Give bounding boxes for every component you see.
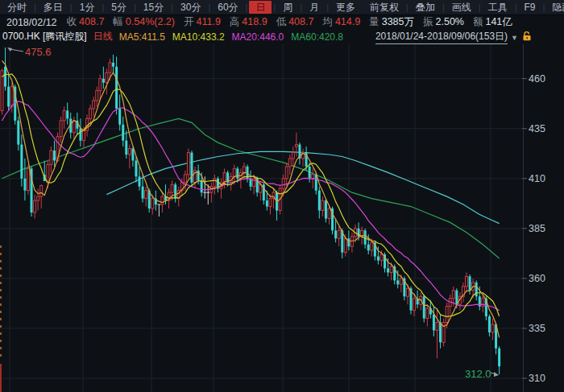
candle-body-up xyxy=(27,168,29,190)
candle-body-up xyxy=(63,110,65,120)
candle-body-up xyxy=(426,308,429,318)
ma-legend-ma60: MA60:420.8 xyxy=(291,31,343,43)
period-high-label: 475.6 xyxy=(25,46,52,58)
candle-body-down xyxy=(439,323,442,343)
period-tab-30分[interactable]: 30分 xyxy=(173,1,208,14)
period-tab-15分[interactable]: 15分 xyxy=(136,1,171,14)
candle-body-down xyxy=(142,187,144,199)
candle-body-up xyxy=(214,179,216,187)
legend-bar: 0700.HK [腾讯控股] 日线 MA5:411.5MA10:433.2MA2… xyxy=(0,29,564,44)
candle-body-down xyxy=(7,87,10,107)
tool-button-画线[interactable]: 画线 xyxy=(445,1,479,14)
candle-body-down xyxy=(318,191,321,211)
session-date: 2018/02/12 xyxy=(6,17,57,28)
candle-body-up xyxy=(161,196,164,204)
candle-body-up xyxy=(380,254,383,260)
period-tab-周[interactable]: 周 xyxy=(276,1,300,14)
candle-body-up xyxy=(171,184,173,192)
info-field-label: 高 xyxy=(230,16,240,27)
info-field-label: 振 xyxy=(423,16,433,27)
chevron-down-icon[interactable]: ▼ xyxy=(511,34,518,42)
info-field-均: 均414.9 xyxy=(322,15,360,29)
period-tab-月[interactable]: 月 xyxy=(302,1,326,14)
info-field-value: 141亿 xyxy=(485,16,512,27)
candle-body-down xyxy=(66,110,68,118)
axis-tick-label: 435 xyxy=(529,123,545,134)
axis-tick-label: 410 xyxy=(529,173,545,184)
candlestick-layer xyxy=(1,47,500,374)
unlock-icon[interactable] xyxy=(522,31,532,43)
candle-body-down xyxy=(53,151,56,160)
info-field-value: 414.9 xyxy=(335,16,360,27)
period-tab-日[interactable]: 日 xyxy=(249,1,272,14)
candle-body-down xyxy=(79,129,81,141)
candle-body-down xyxy=(139,176,141,186)
candle-body-down xyxy=(325,200,327,218)
tool-button-工具[interactable]: 工具 xyxy=(481,1,515,14)
candle-body-down xyxy=(20,145,23,179)
arrow-to-low xyxy=(494,372,499,377)
tool-button-前复权[interactable]: 前复权 xyxy=(363,1,406,14)
tool-button-隐藏[interactable]: 隐藏 xyxy=(545,1,564,14)
candle-body-down xyxy=(334,230,337,238)
candle-body-up xyxy=(446,307,448,323)
period-tab-多日[interactable]: 多日 xyxy=(36,1,70,14)
candle-body-up xyxy=(73,121,75,133)
ma-legend-ma20: MA20:446.0 xyxy=(232,31,284,43)
candle-body-up xyxy=(99,79,102,91)
candle-body-up xyxy=(413,299,416,311)
period-tab-更多[interactable]: 更多 xyxy=(329,1,363,14)
tool-button-F9[interactable]: F9 xyxy=(516,1,542,14)
date-range-control: 2018/01/24-2018/09/06(153日) ▼ xyxy=(375,29,532,44)
candle-body-down xyxy=(236,168,238,178)
date-range-text[interactable]: 2018/01/24-2018/09/06(153日) xyxy=(375,30,508,44)
tool-button-叠加[interactable]: 叠加 xyxy=(408,1,442,14)
candle-body-up xyxy=(295,145,297,146)
toolbar-separator: | xyxy=(246,2,248,12)
info-field-额: 额141亿 xyxy=(473,15,512,29)
candle-body-up xyxy=(47,164,49,182)
info-field-value: 408.7 xyxy=(79,16,104,27)
candle-body-up xyxy=(491,324,494,332)
axis-tick-label: 310 xyxy=(529,373,545,384)
trading-app-window: 分时|多日|1分|5分|15分|30分|60分|日|周|月|更多前复权|叠加|画… xyxy=(0,0,564,392)
candle-body-down xyxy=(498,349,500,366)
info-field-value: 408.7 xyxy=(288,16,313,27)
period-tab-分时[interactable]: 分时 xyxy=(0,1,34,14)
info-field-label: 额 xyxy=(473,16,483,27)
candle-body-up xyxy=(312,175,314,179)
candle-body-up xyxy=(285,167,288,179)
candle-body-up xyxy=(452,291,454,299)
candle-body-down xyxy=(347,238,350,246)
period-tab-1分[interactable]: 1分 xyxy=(73,1,102,14)
candle-body-up xyxy=(37,196,39,200)
candle-body-up xyxy=(400,279,402,284)
candlestick-chart[interactable]: 460435410385360335310475.6312.0 xyxy=(0,44,564,392)
symbol-name: 0700.HK [腾讯控股] xyxy=(2,30,87,43)
info-field-value: 411.9 xyxy=(197,16,221,27)
info-field-幅: 幅0.54%(2.2) xyxy=(113,15,175,29)
candle-body-down xyxy=(377,257,379,261)
period-label: 日线 xyxy=(93,30,113,43)
candle-body-down xyxy=(23,179,26,191)
period-tab-5分[interactable]: 5分 xyxy=(104,1,134,14)
candle-body-up xyxy=(292,153,294,159)
candle-body-down xyxy=(131,149,134,161)
period-toolbar: 分时|多日|1分|5分|15分|30分|60分|日|周|月|更多前复权|叠加|画… xyxy=(0,0,564,15)
candle-body-up xyxy=(371,242,373,250)
info-field-label: 量 xyxy=(369,16,379,27)
candle-body-down xyxy=(201,180,203,192)
candle-body-up xyxy=(96,91,98,101)
candle-body-up xyxy=(328,208,330,218)
info-field-开: 开411.9 xyxy=(184,15,221,29)
candle-body-down xyxy=(475,283,478,296)
ohlc-info-bar: 2018/02/12 收408.7幅0.54%(2.2)开411.9高418.9… xyxy=(0,15,564,29)
fast-ma-layer xyxy=(2,60,500,337)
period-tab-60分[interactable]: 60分 xyxy=(210,1,245,14)
axis-tick-label: 360 xyxy=(529,273,545,284)
candle-body-down xyxy=(266,200,268,206)
ma-legend-ma5: MA5:411.5 xyxy=(119,31,165,43)
candle-body-up xyxy=(184,175,186,183)
price-axis: 460435410385360335310 xyxy=(522,44,545,392)
candle-body-down xyxy=(4,67,6,87)
